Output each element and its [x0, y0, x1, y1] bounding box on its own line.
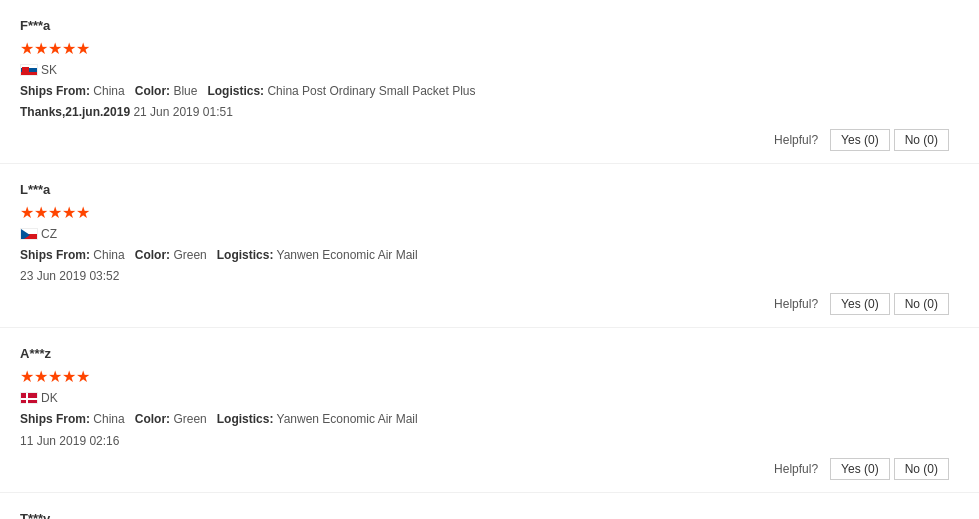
date: 11 Jun 2019 02:16	[20, 434, 119, 448]
star-icon: ★	[48, 39, 62, 58]
date: 21 Jun 2019 01:51	[133, 105, 232, 119]
flag-icon	[20, 392, 38, 404]
date-row: Thanks,21.jun.2019 21 Jun 2019 01:51	[20, 105, 959, 119]
logistics-label: Logistics:	[217, 248, 274, 262]
star-icon: ★	[62, 203, 76, 222]
date-row: 11 Jun 2019 02:16	[20, 434, 959, 448]
color-label: Color:	[135, 412, 170, 426]
location-row: SK	[20, 63, 959, 77]
country-code: DK	[41, 391, 58, 405]
reviewer-name: T***y	[20, 511, 50, 519]
star-icon: ★	[20, 367, 34, 386]
flag-icon	[20, 228, 38, 240]
helpful-row: Helpful?Yes (0)No (0)	[20, 129, 959, 151]
star-icon: ★	[48, 367, 62, 386]
star-icon: ★	[76, 39, 90, 58]
star-icon: ★	[34, 39, 48, 58]
color-label: Color:	[135, 248, 170, 262]
date-bold: Thanks,21.jun.2019	[20, 105, 133, 119]
date: 23 Jun 2019 03:52	[20, 269, 119, 283]
flag-icon	[20, 64, 38, 76]
stars-row: ★★★★★	[20, 39, 959, 58]
helpful-no-button[interactable]: No (0)	[894, 458, 949, 480]
reviewer-name-row: A***z	[20, 346, 959, 361]
review-item: T***y★★★★★ESShips From: China Color: Red…	[0, 493, 979, 519]
ships-from-label: Ships From:	[20, 84, 90, 98]
star-icon: ★	[34, 367, 48, 386]
helpful-no-button[interactable]: No (0)	[894, 129, 949, 151]
review-item: A***z★★★★★DKShips From: China Color: Gre…	[0, 328, 979, 492]
star-icon: ★	[76, 203, 90, 222]
helpful-yes-button[interactable]: Yes (0)	[830, 293, 890, 315]
review-item: F***a★★★★★SKShips From: China Color: Blu…	[0, 0, 979, 164]
logistics-label: Logistics:	[207, 84, 264, 98]
helpful-row: Helpful?Yes (0)No (0)	[20, 293, 959, 315]
helpful-row: Helpful?Yes (0)No (0)	[20, 458, 959, 480]
reviewer-name-row: T***y	[20, 511, 959, 519]
helpful-label: Helpful?	[774, 297, 818, 311]
star-icon: ★	[62, 367, 76, 386]
helpful-label: Helpful?	[774, 462, 818, 476]
reviewer-name-row: F***a	[20, 18, 959, 33]
helpful-yes-button[interactable]: Yes (0)	[830, 129, 890, 151]
reviewer-name: L***a	[20, 182, 50, 197]
country-code: SK	[41, 63, 57, 77]
details-row: Ships From: China Color: Green Logistics…	[20, 410, 959, 429]
star-icon: ★	[62, 39, 76, 58]
star-icon: ★	[34, 203, 48, 222]
stars-row: ★★★★★	[20, 203, 959, 222]
details-row: Ships From: China Color: Blue Logistics:…	[20, 82, 959, 101]
reviewer-name: F***a	[20, 18, 50, 33]
country-code: CZ	[41, 227, 57, 241]
star-icon: ★	[20, 39, 34, 58]
location-row: DK	[20, 391, 959, 405]
ships-from-label: Ships From:	[20, 412, 90, 426]
reviewer-name: A***z	[20, 346, 51, 361]
star-icon: ★	[20, 203, 34, 222]
date-row: 23 Jun 2019 03:52	[20, 269, 959, 283]
location-row: CZ	[20, 227, 959, 241]
details-row: Ships From: China Color: Green Logistics…	[20, 246, 959, 265]
ships-from-label: Ships From:	[20, 248, 90, 262]
star-icon: ★	[48, 203, 62, 222]
helpful-label: Helpful?	[774, 133, 818, 147]
helpful-no-button[interactable]: No (0)	[894, 293, 949, 315]
helpful-yes-button[interactable]: Yes (0)	[830, 458, 890, 480]
reviews-container: F***a★★★★★SKShips From: China Color: Blu…	[0, 0, 979, 519]
star-icon: ★	[76, 367, 90, 386]
color-label: Color:	[135, 84, 170, 98]
stars-row: ★★★★★	[20, 367, 959, 386]
review-item: L***a★★★★★CZShips From: China Color: Gre…	[0, 164, 979, 328]
logistics-label: Logistics:	[217, 412, 274, 426]
reviewer-name-row: L***a	[20, 182, 959, 197]
